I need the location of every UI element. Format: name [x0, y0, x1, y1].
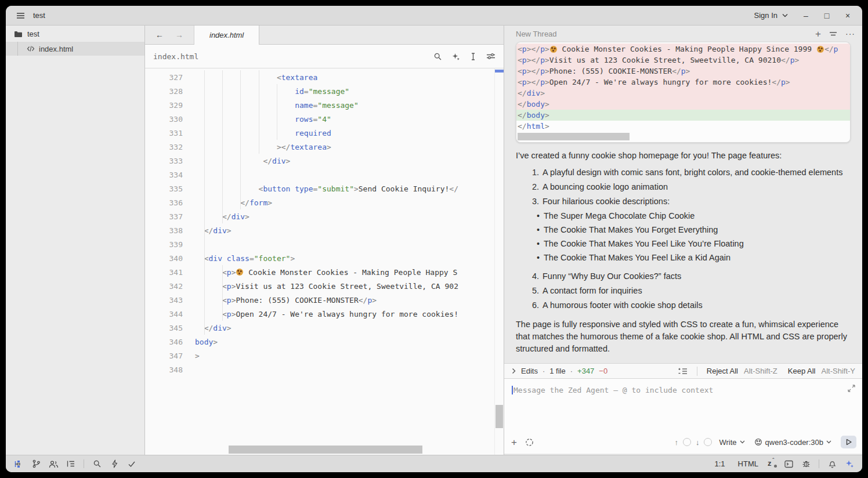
- status-bar: 1:1 HTML z ˆ: [6, 455, 862, 472]
- indent-guide: [240, 70, 241, 209]
- git-panel-toggle[interactable]: [29, 458, 43, 470]
- scrollbar-thumb[interactable]: [518, 133, 630, 140]
- code-line[interactable]: 347>: [145, 349, 504, 363]
- code-line[interactable]: 348: [145, 363, 504, 376]
- add-context-button[interactable]: +: [511, 437, 517, 447]
- scroll-up-icon[interactable]: ↑: [674, 438, 678, 447]
- bullet-list-item: •The Cookie That Makes You Forget Everyt…: [537, 224, 852, 236]
- edit-prediction-icon[interactable]: z ˆ: [766, 459, 778, 469]
- inline-assist-icon[interactable]: [451, 52, 460, 61]
- editor-horizontal-scrollbar[interactable]: [145, 446, 504, 454]
- code-line[interactable]: 332 ></textarea>: [145, 140, 504, 154]
- agent-menu-button[interactable]: ···: [845, 30, 855, 38]
- diff-horizontal-scrollbar[interactable]: [516, 133, 850, 140]
- search-button[interactable]: [90, 458, 104, 470]
- diff-preview-card[interactable]: <p></p> Cookie Monster Cookies - Making …: [516, 42, 851, 143]
- project-panel-toggle[interactable]: [12, 458, 26, 470]
- editor-settings-icon[interactable]: [486, 52, 496, 60]
- code-line[interactable]: 327 <textarea: [145, 70, 504, 84]
- code-line[interactable]: 335 <button type="submit">Send Cookie In…: [145, 182, 504, 195]
- expand-composer-icon[interactable]: [848, 385, 855, 392]
- keep-all-button[interactable]: Keep All: [788, 367, 816, 375]
- nav-forward-button[interactable]: →: [175, 30, 183, 39]
- cursor-position[interactable]: 1:1: [710, 459, 730, 468]
- app-menu-button[interactable]: [14, 9, 27, 22]
- line-number: 347: [145, 352, 183, 360]
- scrollbar-thumb[interactable]: [229, 446, 422, 454]
- sign-in-button[interactable]: Sign In: [748, 9, 794, 21]
- code-line[interactable]: 346body>: [145, 335, 504, 349]
- code-line[interactable]: 342 <p>Visit us at 123 Cookie Street, Sw…: [145, 279, 504, 293]
- code-line[interactable]: 340 <div class="footer">: [145, 251, 504, 265]
- thread-history-icon[interactable]: [829, 31, 837, 37]
- cursor-selection-icon[interactable]: [469, 52, 477, 61]
- reject-all-button[interactable]: Reject All: [707, 367, 738, 375]
- sign-in-label: Sign In: [754, 11, 777, 20]
- line-number: 331: [145, 129, 183, 137]
- code-line[interactable]: 329 name="message": [145, 98, 504, 112]
- lines-added-count: +347: [577, 367, 594, 375]
- code-line[interactable]: 339: [145, 237, 504, 251]
- buffer-search-icon[interactable]: [433, 52, 442, 61]
- code-line[interactable]: 344 <p>Open 24/7 - We're always hungry f…: [145, 307, 504, 321]
- minimize-button[interactable]: –: [797, 9, 815, 23]
- tree-indent-guide: [17, 42, 18, 56]
- line-number: 328: [145, 87, 183, 96]
- code-line[interactable]: 336 </form>: [145, 195, 504, 209]
- model-name-label: qwen3-coder:30b: [765, 438, 823, 447]
- code-line[interactable]: 338 </div>: [145, 223, 504, 237]
- edits-label: Edits: [521, 367, 538, 375]
- terminal-panel-toggle[interactable]: [782, 458, 795, 470]
- code-line[interactable]: 334: [145, 168, 504, 182]
- collab-panel-toggle[interactable]: [46, 458, 60, 470]
- language-selector[interactable]: HTML: [733, 459, 763, 468]
- line-number: 348: [145, 365, 183, 374]
- titlebar: test Sign In – □ ×: [6, 6, 862, 26]
- breadcrumb[interactable]: index.html: [153, 52, 198, 61]
- maximize-button[interactable]: □: [818, 9, 836, 23]
- lines-removed-count: −0: [599, 367, 607, 375]
- capture-context-icon[interactable]: [525, 438, 534, 447]
- code-line[interactable]: 328 id="message": [145, 84, 504, 98]
- close-button[interactable]: ×: [839, 9, 856, 23]
- code-line[interactable]: 337 </div>: [145, 209, 504, 223]
- file-item-index-html[interactable]: index.html: [6, 42, 144, 56]
- line-number: 334: [145, 171, 183, 179]
- file-item-label: index.html: [39, 45, 73, 53]
- code-line[interactable]: 331 required: [145, 126, 504, 140]
- chevron-right-icon[interactable]: [511, 368, 516, 374]
- diff-line-ctx: </html>: [516, 121, 850, 132]
- code-line[interactable]: 343 <p>Phone: (555) COOKIE-MONSTER</p>: [145, 293, 504, 307]
- scroll-down-icon[interactable]: ↓: [696, 438, 700, 447]
- line-number: 340: [145, 254, 183, 263]
- divider: [819, 459, 819, 468]
- diagnostics-check-icon[interactable]: [125, 458, 139, 470]
- diff-line-del: </body>: [516, 99, 850, 110]
- debugger-panel-toggle[interactable]: [799, 458, 813, 470]
- nav-back-button[interactable]: ←: [155, 30, 164, 39]
- code-line[interactable]: 330 rows="4": [145, 112, 504, 126]
- line-number: 342: [145, 282, 183, 291]
- model-provider-icon: [754, 438, 762, 446]
- agent-panel-header: New Thread + ···: [504, 26, 862, 42]
- message-composer[interactable]: Message the Zed Agent — @ to include con…: [504, 379, 862, 454]
- breadcrumb-bar: index.html: [145, 45, 504, 68]
- editor-vertical-scrollbar[interactable]: [494, 68, 504, 455]
- scrollbar-thumb[interactable]: [496, 405, 503, 428]
- code-line[interactable]: 333 </div>: [145, 154, 504, 168]
- new-thread-button[interactable]: +: [815, 29, 821, 39]
- tab-index-html[interactable]: index.html: [194, 26, 259, 45]
- project-root-row[interactable]: test: [6, 26, 144, 42]
- model-selector[interactable]: qwen3-coder:30b: [752, 437, 834, 448]
- thread-title: New Thread: [516, 30, 557, 38]
- outline-panel-toggle[interactable]: [64, 458, 78, 470]
- send-message-button[interactable]: [841, 436, 856, 448]
- code-line[interactable]: 341 <p> Cookie Monster Cookies - Making …: [145, 265, 504, 279]
- code-editor[interactable]: 327 <textarea328 id="message"329 name="m…: [145, 68, 504, 455]
- code-line[interactable]: 345 </div>: [145, 321, 504, 335]
- ai-assistant-icon[interactable]: [842, 458, 856, 470]
- quick-actions-icon[interactable]: [107, 458, 121, 470]
- notifications-bell-icon[interactable]: [825, 458, 839, 470]
- review-diff-icon[interactable]: [678, 367, 688, 375]
- agent-mode-selector[interactable]: Write: [717, 437, 747, 448]
